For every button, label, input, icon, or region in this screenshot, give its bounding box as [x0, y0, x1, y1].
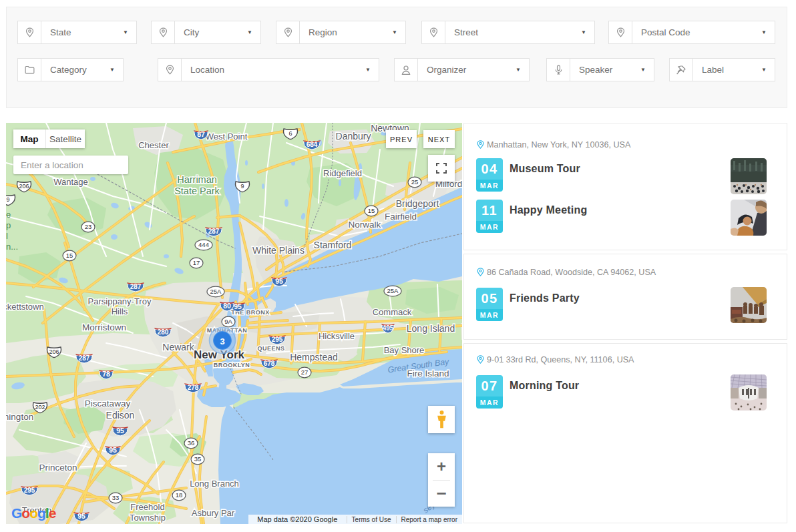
svg-text:Wantage: Wantage: [53, 177, 88, 187]
svg-text:Princeton: Princeton: [39, 463, 77, 473]
svg-text:Piscataway: Piscataway: [85, 398, 131, 409]
svg-text:17: 17: [193, 259, 200, 266]
svg-text:280: 280: [158, 328, 169, 336]
svg-text:State Park: State Park: [174, 186, 220, 196]
svg-text:ckettstown: ckettstown: [6, 302, 44, 312]
svg-text:Chester: Chester: [138, 140, 169, 150]
svg-text:9A: 9A: [224, 318, 232, 325]
svg-text:Commack: Commack: [373, 307, 412, 317]
svg-text:Fire Island: Fire Island: [407, 368, 449, 378]
svg-text:Long Island: Long Island: [407, 323, 455, 334]
svg-text:l: l: [6, 231, 8, 241]
svg-text:80: 80: [223, 302, 231, 310]
svg-text:95: 95: [116, 427, 124, 435]
svg-text:Morristown: Morristown: [82, 322, 126, 332]
svg-text:Hicksville: Hicksville: [319, 331, 355, 341]
svg-text:QUEENS: QUEENS: [257, 345, 284, 352]
svg-text:Harriman: Harriman: [177, 174, 217, 185]
svg-text:Stamford: Stamford: [314, 240, 352, 250]
svg-text:444: 444: [198, 241, 209, 248]
svg-text:95: 95: [77, 512, 85, 520]
svg-text:15: 15: [66, 252, 73, 259]
svg-text:23: 23: [85, 223, 92, 230]
svg-text:nington: nington: [6, 412, 33, 422]
svg-text:495: 495: [383, 324, 394, 332]
svg-text:25: 25: [411, 178, 419, 186]
svg-text:Norwalk: Norwalk: [349, 220, 381, 230]
svg-text:202: 202: [35, 404, 45, 411]
svg-text:95: 95: [275, 277, 283, 285]
svg-text:West Point: West Point: [206, 131, 248, 142]
svg-text:Ridgefield: Ridgefield: [323, 168, 362, 178]
svg-text:206: 206: [49, 348, 59, 355]
svg-text:Freehold: Freehold: [130, 502, 164, 512]
svg-text:15: 15: [368, 207, 375, 214]
svg-text:95: 95: [234, 302, 242, 310]
svg-text:678: 678: [264, 360, 275, 367]
svg-text:287: 287: [208, 228, 220, 235]
svg-text:n...: n...: [6, 242, 18, 252]
svg-text:95: 95: [109, 446, 117, 454]
svg-text:e: e: [6, 210, 11, 220]
svg-text:18: 18: [176, 491, 183, 499]
svg-text:295: 295: [24, 487, 35, 494]
svg-text:33: 33: [112, 494, 120, 501]
svg-text:278: 278: [188, 384, 199, 391]
svg-text:9: 9: [6, 196, 9, 203]
svg-text:287: 287: [79, 354, 90, 362]
svg-text:Hills: Hills: [112, 306, 128, 316]
svg-text:Long Branch: Long Branch: [190, 479, 239, 489]
svg-text:BROOKLYN: BROOKLYN: [214, 362, 250, 368]
svg-text:Edison: Edison: [106, 410, 135, 421]
svg-text:295: 295: [272, 336, 283, 343]
svg-text:684: 684: [307, 141, 318, 148]
svg-text:Fairfield: Fairfield: [385, 212, 417, 222]
svg-text:Asbury Par: Asbury Par: [192, 508, 235, 518]
svg-text:9: 9: [240, 183, 244, 190]
svg-text:Danbury: Danbury: [336, 131, 371, 142]
svg-text:35: 35: [194, 455, 202, 463]
svg-text:White Plains: White Plains: [252, 245, 305, 256]
svg-text:36: 36: [188, 439, 195, 447]
svg-text:Newark: Newark: [162, 342, 194, 352]
svg-text:Hempstead: Hempstead: [290, 352, 338, 362]
svg-text:78: 78: [102, 370, 110, 378]
svg-text:87: 87: [197, 130, 205, 138]
svg-text:Bay Shore: Bay Shore: [384, 345, 425, 355]
svg-text:206: 206: [19, 183, 29, 190]
svg-text:Township: Township: [130, 513, 166, 523]
svg-text:p: p: [6, 220, 11, 230]
svg-text:25A: 25A: [210, 288, 222, 295]
svg-text:Parsippany-Troy: Parsippany-Troy: [88, 296, 152, 306]
svg-text:287: 287: [130, 283, 142, 290]
svg-text:6: 6: [288, 130, 292, 137]
svg-text:3: 3: [220, 336, 224, 346]
svg-text:Bridgeport: Bridgeport: [396, 198, 439, 209]
svg-text:25A: 25A: [387, 287, 399, 294]
svg-text:27: 27: [301, 368, 309, 376]
